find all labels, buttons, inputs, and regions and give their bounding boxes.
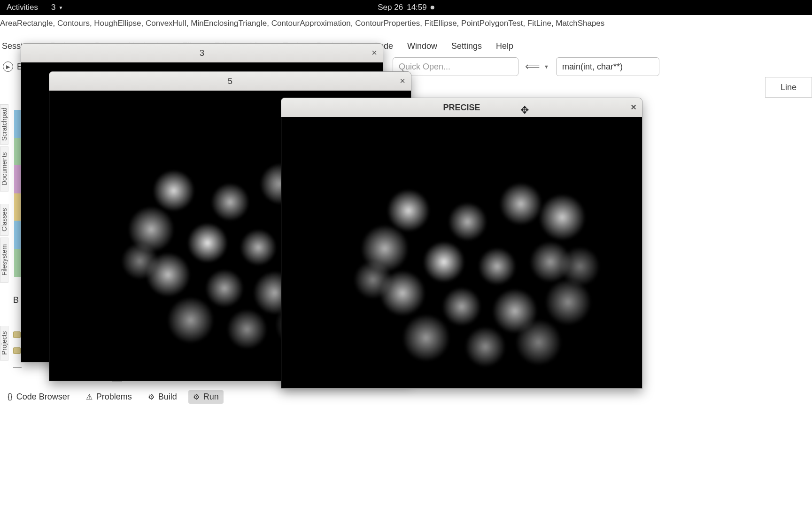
warning-icon: ⚠ — [86, 392, 93, 401]
window-titlebar[interactable]: 3 × — [21, 44, 383, 62]
app-indicator-label: 3 — [51, 3, 55, 12]
side-tab-documents[interactable]: Documents — [0, 146, 8, 192]
activities-button[interactable]: Activities — [0, 3, 45, 12]
close-icon[interactable]: × — [371, 47, 377, 58]
window-title: 3 — [200, 48, 204, 58]
image-canvas — [281, 117, 642, 389]
side-tab-projects[interactable]: Projects — [0, 326, 8, 361]
app-indicator[interactable]: 3 ▼ — [45, 3, 70, 12]
function-signature-text: main(int, char**) — [562, 62, 623, 72]
window-title: PRECISE — [443, 103, 480, 113]
code-browser-label: Code Browser — [16, 392, 70, 402]
close-icon[interactable]: × — [631, 102, 636, 113]
editor-tab-strip[interactable]: AreaRectangle, Contours, HoughEllipse, C… — [0, 19, 812, 32]
clock-date: Sep 26 — [378, 3, 403, 12]
problems-label: Problems — [96, 392, 132, 402]
bottom-tool-bar: {}Code Browser ⚠Problems ⚙Build ⚙Run — [0, 387, 812, 407]
folder-icon — [13, 331, 21, 338]
sidebar-b-label: B — [13, 295, 19, 305]
clock-time: 14:59 — [407, 3, 427, 12]
window-titlebar[interactable]: PRECISE × — [281, 98, 642, 117]
quick-open-input[interactable]: Quick Open... — [393, 57, 518, 76]
line-indicator[interactable]: Line — [765, 77, 812, 98]
problems-button[interactable]: ⚠Problems — [81, 390, 137, 404]
function-signature-field[interactable]: main(int, char**) — [556, 57, 659, 76]
build-label: Build — [158, 392, 177, 402]
clock[interactable]: Sep 26 14:59 — [378, 3, 434, 12]
notification-dot-icon — [431, 6, 434, 9]
side-tab-classes[interactable]: Classes — [0, 204, 8, 236]
folder-icon — [13, 347, 21, 354]
menu-help[interactable]: Help — [496, 41, 513, 51]
braces-icon: {} — [8, 392, 13, 401]
play-icon[interactable]: ▶ — [3, 61, 13, 72]
image-window-precise[interactable]: PRECISE × — [281, 98, 642, 389]
menu-settings[interactable]: Settings — [451, 41, 482, 51]
gear-icon: ⚙ — [148, 392, 155, 401]
back-arrow-icon: ⟸ — [525, 61, 540, 73]
side-tab-scratchpad[interactable]: Scratchpad — [0, 104, 8, 145]
window-titlebar[interactable]: 5 × — [49, 72, 411, 91]
chevron-down-icon: ▼ — [544, 64, 549, 69]
build-button[interactable]: ⚙Build — [143, 390, 182, 404]
run-label: Run — [203, 392, 219, 402]
run-gear-icon: ⚙ — [193, 392, 200, 401]
side-tab-filesystem[interactable]: Filesystem — [0, 238, 8, 283]
menu-window[interactable]: Window — [407, 41, 437, 51]
chevron-down-icon: ▼ — [59, 5, 63, 10]
window-title: 5 — [228, 77, 232, 86]
close-icon[interactable]: × — [400, 76, 405, 86]
run-button[interactable]: ⚙Run — [188, 390, 224, 404]
gnome-top-bar: Activities 3 ▼ Sep 26 14:59 — [0, 0, 812, 15]
history-back-group[interactable]: ⟸ ▼ — [525, 61, 549, 73]
code-browser-button[interactable]: {}Code Browser — [3, 390, 75, 404]
quick-open-placeholder: Quick Open... — [399, 62, 450, 72]
